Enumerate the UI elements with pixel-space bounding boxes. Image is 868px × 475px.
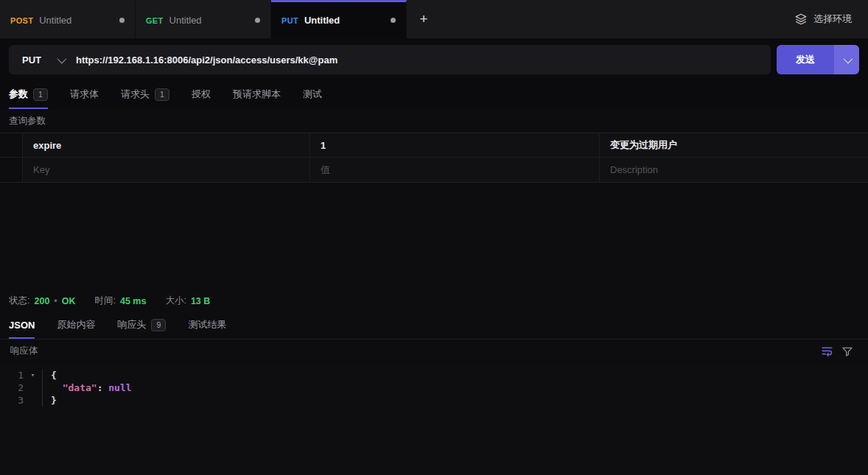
tab-auth-label: 授权 xyxy=(192,88,211,101)
request-subtabs: 参数 1 请求体 请求头 1 授权 预请求脚本 测试 xyxy=(0,81,868,109)
tab-response-json[interactable]: JSON xyxy=(9,313,35,339)
code-line: 3} xyxy=(0,394,868,407)
tab-test-results[interactable]: 测试结果 xyxy=(188,313,226,339)
tab-auth[interactable]: 授权 xyxy=(192,81,211,109)
tab-test-results-label: 测试结果 xyxy=(188,318,226,331)
tab-method-label: POST xyxy=(10,16,33,25)
tab-title: Untitled xyxy=(304,15,385,26)
line-number: 1 xyxy=(0,369,24,381)
code-line: 1▾{ xyxy=(0,369,868,381)
response-body-label: 响应体 xyxy=(10,345,38,357)
tab-params[interactable]: 参数 1 xyxy=(9,81,48,109)
method-dropdown[interactable]: PUT xyxy=(9,54,76,66)
response-headers-count-badge: 9 xyxy=(151,319,166,331)
send-button-group: 发送 xyxy=(777,45,859,74)
environment-selector-label: 选择环境 xyxy=(813,13,852,26)
tab-response-headers[interactable]: 响应头 9 xyxy=(117,313,166,339)
tab-response-headers-label: 响应头 xyxy=(117,318,146,331)
url-bar: PUT xyxy=(9,45,771,74)
code-text: "data": null xyxy=(43,381,132,394)
param-value-cell xyxy=(309,158,599,182)
tab-title: Untitled xyxy=(169,15,249,26)
line-number: 2 xyxy=(0,381,24,394)
fold-gutter xyxy=(24,381,43,394)
time-label: 时间: xyxy=(94,295,115,307)
table-row xyxy=(0,133,868,158)
response-body-header: 响应体 xyxy=(0,339,868,363)
time-value: 45 ms xyxy=(120,296,146,306)
response-json-editor[interactable]: 1▾{2 "data": null3} xyxy=(0,363,868,475)
tabbar-spacer xyxy=(441,0,778,38)
param-value-cell xyxy=(309,133,599,157)
response-status-bar: 状态: 200 • OK 时间: 45 ms 大小: 13 B xyxy=(0,289,868,313)
tab-params-label: 参数 xyxy=(9,88,28,101)
send-options-button[interactable] xyxy=(834,45,859,74)
status-text-value: OK xyxy=(62,296,76,306)
params-count-badge: 1 xyxy=(33,88,48,101)
tab-response-raw-label: 原始内容 xyxy=(57,318,95,331)
tab-body-label: 请求体 xyxy=(70,88,99,101)
status-item-code: 状态: 200 • OK xyxy=(9,295,75,307)
row-handle-cell xyxy=(0,158,22,182)
code-lines: 1▾{2 "data": null3} xyxy=(0,369,868,407)
param-key-cell xyxy=(22,158,309,182)
tab-response-json-label: JSON xyxy=(9,320,35,331)
param-description-input[interactable] xyxy=(600,140,868,151)
param-value-input[interactable] xyxy=(310,140,599,151)
fold-arrow-icon[interactable]: ▾ xyxy=(24,369,43,381)
tab-pre-request-script-label: 预请求脚本 xyxy=(233,88,281,101)
tab-tests[interactable]: 测试 xyxy=(303,81,322,109)
code-text: { xyxy=(43,369,57,381)
status-code-value: 200 xyxy=(34,296,49,306)
param-key-input[interactable] xyxy=(23,140,309,151)
new-tab-button[interactable]: + xyxy=(407,0,441,38)
query-params-label: 查询参数 xyxy=(9,115,46,127)
unsaved-dot-icon xyxy=(391,18,396,23)
layers-icon xyxy=(794,13,808,26)
wrap-text-icon[interactable] xyxy=(816,342,837,360)
code-line: 2 "data": null xyxy=(0,381,868,394)
tab-tests-label: 测试 xyxy=(303,88,322,101)
filter-icon[interactable] xyxy=(837,342,858,360)
url-input[interactable] xyxy=(76,54,771,66)
status-label: 状态: xyxy=(9,295,29,307)
tab-method-label: GET xyxy=(146,16,164,25)
method-dropdown-value: PUT xyxy=(22,54,41,66)
chevron-down-icon xyxy=(843,54,853,63)
send-button[interactable]: 发送 xyxy=(777,45,834,74)
status-separator: • xyxy=(54,296,57,306)
tab-title: Untitled xyxy=(39,15,113,26)
tab-method-label: PUT xyxy=(281,16,298,25)
param-value-input[interactable] xyxy=(310,164,599,175)
tab-pre-request-script[interactable]: 预请求脚本 xyxy=(233,81,281,109)
response-subtabs: JSON 原始内容 响应头 9 测试结果 xyxy=(0,313,868,339)
size-label: 大小: xyxy=(165,295,186,307)
table-row-empty xyxy=(0,158,868,182)
param-description-cell xyxy=(599,133,868,157)
unsaved-dot-icon xyxy=(119,18,125,23)
size-value: 13 B xyxy=(191,296,210,306)
request-tab-bar: POST Untitled GET Untitled PUT Untitled … xyxy=(0,0,868,38)
tab-headers[interactable]: 请求头 1 xyxy=(121,81,169,109)
line-number: 3 xyxy=(0,394,24,407)
content-spacer xyxy=(0,183,868,289)
tab-headers-label: 请求头 xyxy=(121,88,150,101)
param-key-cell xyxy=(22,133,309,157)
tab-put-untitled-active[interactable]: PUT Untitled xyxy=(271,0,407,38)
tab-post-untitled[interactable]: POST Untitled xyxy=(0,0,136,38)
param-description-cell xyxy=(599,158,868,182)
code-text: } xyxy=(43,394,57,407)
chevron-down-icon xyxy=(57,54,67,63)
tab-body[interactable]: 请求体 xyxy=(70,81,99,109)
fold-gutter xyxy=(24,394,43,407)
param-key-input[interactable] xyxy=(23,164,309,175)
tab-get-untitled[interactable]: GET Untitled xyxy=(136,0,271,38)
headers-count-badge: 1 xyxy=(155,88,169,101)
status-item-size: 大小: 13 B xyxy=(165,295,210,307)
query-params-table xyxy=(0,133,868,183)
tab-response-raw[interactable]: 原始内容 xyxy=(57,313,95,339)
row-handle-cell xyxy=(0,133,22,157)
environment-selector[interactable]: 选择环境 xyxy=(778,0,868,38)
param-description-input[interactable] xyxy=(600,164,868,175)
query-params-section: 查询参数 xyxy=(0,109,868,133)
